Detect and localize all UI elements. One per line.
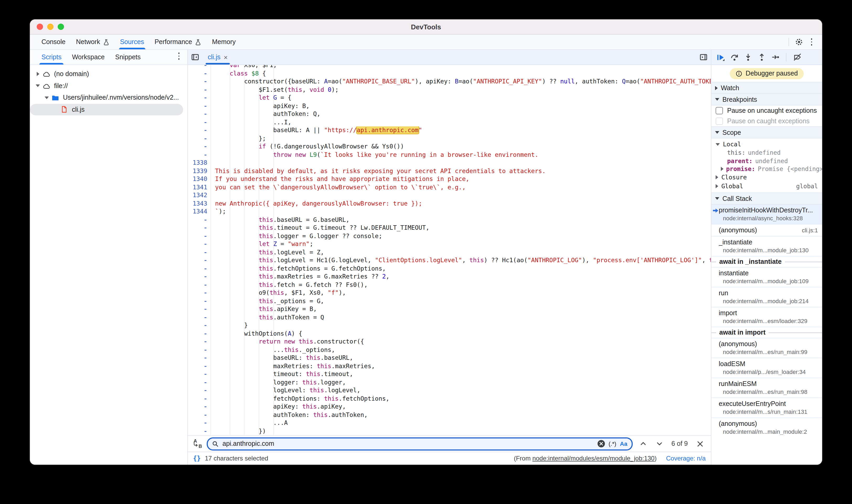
line-gutter[interactable]: -: [188, 338, 211, 346]
tree-item-cli-js[interactable]: cli.js: [30, 104, 183, 115]
code-text[interactable]: new Anthropic({ apiKey, dangerouslyAllow…: [211, 200, 711, 208]
line-gutter[interactable]: 1344: [188, 208, 211, 216]
code-text[interactable]: fetchOptions: this.fetchOptions,: [211, 395, 711, 403]
tree-item-file[interactable]: file://: [30, 80, 187, 92]
code-text[interactable]: ...A: [211, 419, 711, 427]
line-gutter[interactable]: -: [188, 65, 211, 70]
line-gutter[interactable]: -: [188, 354, 211, 362]
line-gutter[interactable]: -: [188, 289, 211, 297]
match-case-toggle[interactable]: Aa: [620, 440, 627, 447]
code-text[interactable]: apiKey: B,: [211, 102, 711, 110]
line-gutter[interactable]: 1341: [188, 183, 211, 192]
line-gutter[interactable]: -: [188, 86, 211, 94]
code-text[interactable]: var Xs0, $F1;: [211, 65, 711, 70]
code-text[interactable]: If you understand the risks and have app…: [211, 175, 711, 183]
code-text[interactable]: o9(this, $F1, Xs0, "f"),: [211, 289, 711, 297]
tab-workspace[interactable]: Workspace: [67, 50, 110, 65]
more-options-kebab-icon[interactable]: [805, 36, 818, 48]
sidebar-more-kebab-icon[interactable]: [173, 50, 185, 62]
code-text[interactable]: logger: this.logger,: [211, 378, 711, 386]
call-stack-frame[interactable]: (anonymous)cli.js:1: [711, 224, 822, 236]
line-gutter[interactable]: -: [188, 427, 211, 435]
code-text[interactable]: this.authToken = Q: [211, 313, 711, 322]
zoom-window-button[interactable]: [58, 23, 64, 30]
code-text[interactable]: this.logLevel = Z,: [211, 248, 711, 256]
tab-network[interactable]: Network: [71, 35, 115, 49]
scope-group-local[interactable]: Local: [711, 140, 822, 149]
line-gutter[interactable]: -: [188, 297, 211, 305]
code-text[interactable]: baseURL: A || "https://api.anthropic.com…: [211, 126, 711, 134]
disclosure-right-icon[interactable]: [34, 72, 41, 76]
step-over-icon[interactable]: [728, 51, 741, 64]
line-gutter[interactable]: -: [188, 313, 211, 322]
tree-item-users-jinhuilee-nvm-versions-node-v2[interactable]: Users/jinhuilee/.nvm/versions/node/v2...: [30, 92, 187, 104]
step-icon[interactable]: [768, 51, 782, 64]
disclosure-down-icon[interactable]: [34, 85, 41, 87]
code-text[interactable]: withOptions(A) {: [211, 330, 711, 338]
line-gutter[interactable]: -: [188, 305, 211, 313]
code-text[interactable]: ...I,: [211, 118, 711, 126]
line-gutter[interactable]: -: [188, 216, 211, 224]
call-stack-frame[interactable]: runnode:internal/m...module_job:214: [711, 287, 822, 307]
line-gutter[interactable]: 1340: [188, 175, 211, 183]
search-input[interactable]: api.anthropic.com (.*) Aa: [207, 437, 633, 450]
section-breakpoints[interactable]: Breakpoints: [711, 94, 822, 105]
line-gutter[interactable]: -: [188, 78, 211, 86]
call-stack-frame[interactable]: promiseInitHookWithDestroyTr...node:inte…: [711, 204, 822, 224]
code-text[interactable]: ...this._options,: [211, 346, 711, 354]
disclosure-down-icon[interactable]: [43, 96, 50, 99]
step-into-icon[interactable]: [741, 51, 755, 64]
line-gutter[interactable]: -: [188, 395, 211, 403]
code-text[interactable]: this.maxRetries = G.maxRetries ?? 2,: [211, 273, 711, 281]
call-stack-frame[interactable]: importnode:internal/m...esm/loader:329: [711, 307, 822, 327]
call-stack-frame[interactable]: _instantiatenode:internal/m...module_job…: [711, 236, 822, 256]
clear-search-icon[interactable]: [598, 440, 605, 447]
code-text[interactable]: maxRetries: this.maxRetries,: [211, 362, 711, 370]
call-stack-frame[interactable]: (anonymous)node:internal/m...es/run_main…: [711, 338, 822, 358]
code-text[interactable]: This is disabled by default, as it risks…: [211, 167, 711, 175]
code-text[interactable]: this.fetch = G.fetch ?? Fs0(),: [211, 281, 711, 289]
code-text[interactable]: authToken: Q,: [211, 110, 711, 118]
code-text[interactable]: this.timeout = G.timeout ?? Lw.DEFAULT_T…: [211, 224, 711, 232]
line-gutter[interactable]: -: [188, 126, 211, 134]
step-out-icon[interactable]: [755, 51, 768, 64]
toggle-left-sidebar-icon[interactable]: [188, 50, 202, 65]
code-text[interactable]: constructor({baseURL: A=ao("ANTHROPIC_BA…: [211, 78, 711, 86]
code-text[interactable]: return new this.constructor({: [211, 338, 711, 346]
line-gutter[interactable]: -: [188, 248, 211, 256]
code-text[interactable]: [211, 192, 711, 200]
code-text[interactable]: let Z = "warn";: [211, 240, 711, 248]
replace-toggle-icon[interactable]: A B: [193, 439, 202, 448]
line-gutter[interactable]: 1343: [188, 200, 211, 208]
coverage-link[interactable]: Coverage: n/a: [666, 455, 706, 462]
line-gutter[interactable]: -: [188, 330, 211, 338]
previous-match-icon[interactable]: [637, 438, 649, 449]
toggle-right-sidebar-icon[interactable]: [696, 50, 711, 65]
line-gutter[interactable]: -: [188, 265, 211, 273]
call-stack-frame[interactable]: (anonymous)node:internal/m...main_module…: [711, 417, 822, 437]
line-gutter[interactable]: -: [188, 110, 211, 118]
call-stack-frame[interactable]: loadESMnode:internal/p.../esm_loader:34: [711, 358, 822, 378]
code-text[interactable]: [211, 159, 711, 167]
code-text[interactable]: throw new L9(`It looks like you're runni…: [211, 151, 711, 159]
line-gutter[interactable]: -: [188, 224, 211, 232]
call-stack-frame[interactable]: executeUserEntryPointnode:internal/m...s…: [711, 398, 822, 417]
scope-group-closure[interactable]: Closure: [711, 173, 822, 182]
tab-console[interactable]: Console: [36, 35, 71, 49]
line-gutter[interactable]: -: [188, 411, 211, 419]
line-gutter[interactable]: 1342: [188, 192, 211, 200]
line-gutter[interactable]: -: [188, 419, 211, 427]
code-text[interactable]: this.baseURL = G.baseURL,: [211, 216, 711, 224]
code-text[interactable]: class $8 {: [211, 70, 711, 78]
line-gutter[interactable]: -: [188, 94, 211, 102]
code-text[interactable]: authToken: this.authToken,: [211, 411, 711, 419]
code-text[interactable]: if (!G.dangerouslyAllowBrowser && Ys0()): [211, 143, 711, 151]
tab-snippets[interactable]: Snippets: [110, 50, 146, 65]
checkbox-box[interactable]: [715, 107, 723, 114]
close-search-icon[interactable]: [694, 438, 706, 449]
line-gutter[interactable]: -: [188, 70, 211, 78]
line-gutter[interactable]: -: [188, 134, 211, 143]
tab-performance[interactable]: Performance: [149, 35, 207, 49]
line-gutter[interactable]: -: [188, 273, 211, 281]
line-gutter[interactable]: -: [188, 370, 211, 378]
